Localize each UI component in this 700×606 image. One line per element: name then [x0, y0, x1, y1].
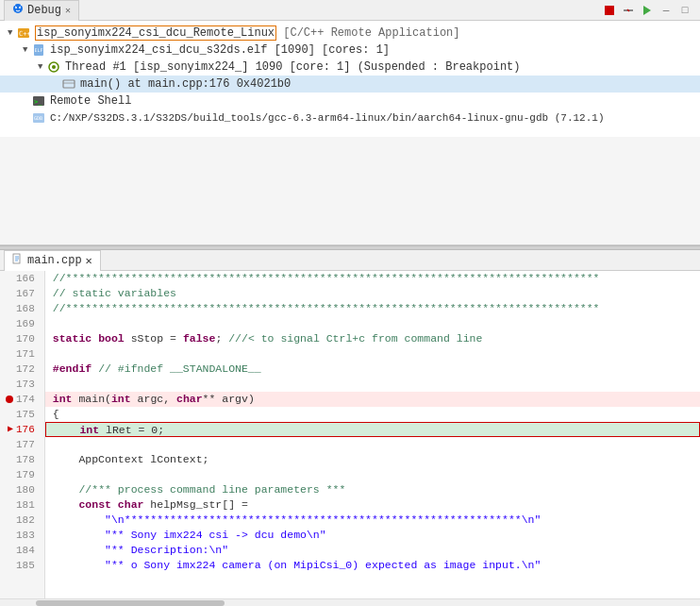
code-line-184: "** Description:\n": [45, 543, 700, 558]
horizontal-scrollbar[interactable]: [0, 598, 700, 606]
ln-185: 185: [6, 558, 39, 573]
ln-167: 167: [6, 286, 39, 301]
debug-tab[interactable]: Debug ✕: [4, 0, 79, 21]
code-line-182: "\n*************************************…: [45, 513, 700, 528]
editor-tab-close[interactable]: ✕: [86, 254, 92, 268]
code-line-180: //*** process command line parameters **…: [45, 482, 700, 497]
gdb-icon: GDB: [32, 111, 47, 125]
svg-rect-5: [605, 6, 614, 15]
file-icon: [12, 253, 24, 268]
code-line-175: {: [45, 407, 700, 422]
code-line-178: AppContext lContext;: [45, 452, 700, 467]
code-content: 166 167 168 169 170 171 172: [0, 271, 700, 598]
ln-179: 179: [6, 467, 39, 482]
resume-button[interactable]: [640, 3, 655, 18]
ln-180: 180: [6, 482, 39, 497]
debug-toolbar: — □: [602, 3, 696, 18]
code-line-185: "** o Sony imx224 camera (on MipiCsi_0) …: [45, 558, 700, 573]
svg-marker-9: [643, 6, 651, 15]
code-line-168: //**************************************…: [45, 301, 700, 316]
code-line-172: #endif // #ifndef __STANDALONE__: [45, 362, 700, 377]
editor-tab-bar: main.cpp ✕: [0, 250, 700, 271]
code-line-166: //**************************************…: [45, 271, 700, 286]
code-line-174: int main(int argc, char** argv): [45, 392, 700, 407]
stack-frame-item[interactable]: main() at main.cpp:176 0x4021b0: [0, 76, 700, 93]
line-numbers: 166 167 168 169 170 171 172: [0, 271, 45, 598]
thread-expand-arrow[interactable]: ▼: [38, 62, 47, 72]
shell-icon: >_: [32, 94, 47, 108]
ln-171: 171: [6, 346, 39, 362]
app-type-label: [C/C++ Remote Application]: [276, 26, 459, 40]
ln-182: 182: [6, 513, 39, 528]
tree-expand-arrow[interactable]: ▼: [8, 28, 17, 38]
elf-icon: ELF: [32, 43, 47, 57]
code-line-181: const char helpMsg_str[] =: [45, 497, 700, 513]
ln-174: 174: [6, 392, 39, 407]
ln-176: ▶ 176: [6, 422, 39, 437]
code-line-179: [45, 467, 700, 482]
editor-tab-label: main.cpp: [27, 254, 82, 267]
thread-label: Thread #1 [isp_sonyimx224_] 1090 [core: …: [65, 60, 520, 74]
ln-173: 173: [6, 377, 39, 392]
current-line-arrow: ▶: [8, 422, 13, 437]
gdb-path-label: C:/NXP/S32DS.3.1/S32DS/build_tools/gcc-6…: [50, 112, 605, 124]
breakpoint-indicator: [6, 396, 13, 403]
app-name: isp_sonyimx224_csi_dcu_Remote_Linux [C/C…: [35, 26, 459, 40]
svg-text:C++: C++: [19, 30, 30, 38]
code-lines[interactable]: //**************************************…: [45, 271, 700, 598]
ln-181: 181: [6, 497, 39, 513]
code-line-170: static bool sStop = false; ///< to signa…: [45, 331, 700, 346]
code-line-176: int lRet = 0;: [45, 422, 700, 437]
frame-label: main() at main.cpp:176 0x4021b0: [80, 77, 291, 91]
ln-175: 175: [6, 407, 39, 422]
ln-178: 178: [6, 452, 39, 467]
app-icon: C++: [17, 26, 32, 40]
code-line-173: [45, 377, 700, 392]
debug-elf-item[interactable]: ▼ ELF isp_sonyimx224_csi_dcu_s32ds.elf […: [0, 42, 700, 59]
ln-166: 166: [6, 271, 39, 286]
debug-tab-bar: Debug ✕ — □: [0, 0, 700, 21]
debug-thread-item[interactable]: ▼ Thread #1 [isp_sonyimx224_] 1090 [core…: [0, 59, 700, 76]
scrollbar-thumb[interactable]: [36, 600, 225, 606]
debug-tab-label: Debug: [27, 4, 61, 17]
editor-panel: main.cpp ✕ 166 167 168 169 170: [0, 250, 700, 606]
frame-icon: [62, 77, 77, 91]
gdb-path-item[interactable]: GDB C:/NXP/S32DS.3.1/S32DS/build_tools/g…: [0, 109, 700, 126]
ln-183: 183: [6, 528, 39, 543]
ln-172: 172: [6, 362, 39, 377]
shell-label: Remote Shell: [50, 94, 131, 108]
debug-empty-area: [0, 137, 700, 245]
svg-text:GDB: GDB: [34, 115, 42, 121]
code-area: 166 167 168 169 170 171 172: [0, 271, 700, 606]
ln-184: 184: [6, 543, 39, 558]
disconnect-button[interactable]: [621, 3, 636, 18]
code-line-177: [45, 437, 700, 452]
ln-177: 177: [6, 437, 39, 452]
maximize-button[interactable]: □: [677, 3, 692, 18]
ln-168: 168: [6, 301, 39, 316]
svg-rect-16: [63, 80, 75, 88]
svg-point-1: [15, 7, 17, 8]
code-line-169: [45, 316, 700, 331]
stop-button[interactable]: [602, 3, 617, 18]
svg-text:>_: >_: [34, 98, 42, 106]
code-line-167: // static variables: [45, 286, 700, 301]
svg-text:ELF: ELF: [35, 47, 43, 53]
minimize-button[interactable]: —: [658, 3, 674, 18]
elf-expand-arrow[interactable]: ▼: [23, 45, 32, 55]
code-line-183: "** Sony imx224 csi -> dcu demo\n": [45, 528, 700, 543]
ln-169: 169: [6, 316, 39, 331]
elf-label: isp_sonyimx224_csi_dcu_s32ds.elf [1090] …: [50, 43, 390, 57]
debug-tree: ▼ C++ isp_sonyimx224_csi_dcu_Remote_Linu…: [0, 21, 700, 137]
debug-panel: Debug ✕ — □: [0, 0, 700, 245]
svg-point-15: [52, 65, 56, 69]
debug-tab-close[interactable]: ✕: [65, 5, 71, 16]
ln-170: 170: [6, 331, 39, 346]
debug-tree-root[interactable]: ▼ C++ isp_sonyimx224_csi_dcu_Remote_Linu…: [0, 25, 700, 42]
app-name-highlighted: isp_sonyimx224_csi_dcu_Remote_Linux: [35, 25, 276, 41]
thread-icon: [47, 60, 62, 74]
remote-shell-item[interactable]: >_ Remote Shell: [0, 93, 700, 109]
editor-tab-main[interactable]: main.cpp ✕: [4, 250, 101, 271]
debug-icon: [12, 3, 24, 18]
code-line-171: [45, 346, 700, 362]
